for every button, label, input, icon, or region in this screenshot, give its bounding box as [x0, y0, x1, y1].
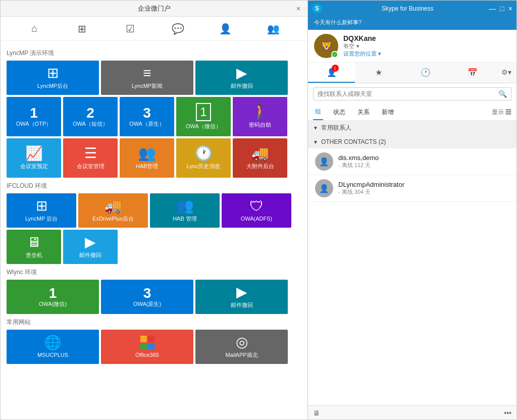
arrow-tile-icon: ▶	[236, 66, 247, 80]
tile-exdrive[interactable]: 🚚 ExDrivePlus后台	[78, 193, 148, 228]
arrow3-icon: ▶	[236, 285, 247, 299]
target-icon: ◎	[236, 335, 248, 349]
contact-avatar-2: 👤	[315, 179, 333, 197]
monitor-small-icon[interactable]: 🖥	[313, 409, 320, 417]
tab-recent[interactable]: 🕐	[402, 63, 449, 83]
contact-name-2: DLyncmpAdministrator	[338, 181, 404, 188]
profile-location[interactable]: 设置您的位置 ▾	[343, 50, 510, 58]
tile-mail-revoke2[interactable]: ▶ 邮件撤回	[63, 230, 118, 264]
section-frequent[interactable]: ▼ 常用联系人	[308, 121, 516, 135]
people2-icon: 👥	[176, 199, 194, 213]
contact-filter: 组 状态 关系 新增 显示 ☰	[308, 104, 516, 121]
tile-lyncmp-backend2[interactable]: ⊞ LyncMP 后台	[7, 193, 76, 228]
title-bar: 企业微门户 ×	[1, 1, 307, 17]
contact-name-1: dis.xms,demo	[338, 154, 379, 162]
avatar-status-indicator	[331, 51, 338, 58]
tab-contacts[interactable]: 👤 1	[308, 63, 355, 83]
avatar-container: 🦁	[314, 34, 338, 58]
favorites-tab-icon: ★	[375, 68, 382, 77]
tile-meeting-book[interactable]: 📈 会议室预定	[7, 138, 61, 178]
tile-grid-websites: 🌐 MSUCPLUS Office365 ◎ MailAPP插北	[7, 330, 301, 364]
tab-meetings[interactable]: 📅	[449, 63, 496, 83]
shield-icon: 🛡	[249, 199, 264, 214]
tile-pwd-self[interactable]: 🚶 密码自助	[233, 97, 287, 136]
search-bar[interactable]: 🔍	[313, 87, 511, 100]
filter-status[interactable]: 状态	[331, 105, 347, 120]
arrow-icon: ▼	[313, 125, 318, 131]
content-area: LyncMP 演示环境 ⊞ LyncMP后台 ≡ LyncMP新闻 ▶ 邮件撤回…	[1, 41, 307, 419]
tile-owa-sms[interactable]: 2 OWA（短信）	[63, 97, 118, 136]
profile-area: 🦁 DQXKane 有空 ▾ 设置您的位置 ▾	[308, 30, 516, 63]
profile-name: DQXKane	[343, 34, 510, 42]
skype-logo: S	[312, 4, 322, 14]
section-ifcloud: IFCLOUD 环境	[7, 182, 301, 190]
tile-office365[interactable]: Office365	[101, 330, 193, 364]
portal-title: 企业微门户	[138, 4, 171, 13]
monitor-icon: 🖥	[27, 235, 41, 249]
filter-relation[interactable]: 关系	[355, 105, 372, 120]
tile-mail-revoke3[interactable]: ▶ 邮件撤回	[195, 280, 288, 314]
truck-icon: 🚚	[251, 146, 269, 161]
skype-tagline: 今天有什么新鲜事?	[308, 17, 516, 30]
display-options[interactable]: 显示 ☰	[492, 108, 511, 117]
search-icon[interactable]: 🔍	[498, 90, 507, 98]
tile-owa-wechat2[interactable]: 1 OWA(微信)	[7, 280, 99, 314]
section-websites: 常用网站	[7, 318, 301, 327]
chartup-icon: 📈	[25, 146, 43, 161]
close-skype-button[interactable]: ×	[508, 5, 512, 13]
tile-hab-mgr2[interactable]: 👥 HAB 管理	[150, 193, 220, 228]
tile-lyncmp-backend[interactable]: ⊞ LyncMP后台	[7, 61, 99, 95]
menu-tile-icon: ≡	[143, 66, 151, 80]
contact-avatar-1: 👤	[315, 152, 333, 171]
contact-status-2: - 离线 304 天	[338, 188, 404, 196]
tile-owa-wechat[interactable]: 1 OWA（微信）	[176, 97, 231, 136]
tile-grid-lyncmp: ⊞ LyncMP后台 ≡ LyncMP新闻 ▶ 邮件撤回	[7, 61, 301, 95]
settings-icon: ⚙	[501, 68, 508, 76]
tile-owa-otp[interactable]: 1 OWA（OTP）	[7, 97, 61, 136]
tile-mail-revoke1[interactable]: ▶ 邮件撤回	[195, 61, 288, 95]
tile-mailapp[interactable]: ◎ MailAPP插北	[195, 330, 288, 364]
restore-button[interactable]: □	[500, 5, 504, 13]
tile-bastion[interactable]: 🖥 堡垒机	[7, 230, 61, 264]
tile-owa-adfs[interactable]: 🛡 OWA(ADFS)	[222, 193, 291, 228]
listlines-icon: ☰	[84, 146, 97, 161]
contact-dlyncmp[interactable]: 👤 DLyncmpAdministrator - 离线 304 天	[308, 175, 516, 202]
tab-settings[interactable]: ⚙ ▾	[496, 63, 516, 83]
window-controls: — □ ×	[489, 5, 512, 13]
skype-panel: S Skype for Business — □ × 今天有什么新鲜事? 🦁 D…	[308, 0, 517, 420]
profile-status[interactable]: 有空 ▾	[343, 42, 510, 50]
person-badge-icon[interactable]: 👥	[265, 20, 283, 38]
tile-grid-ifcloud: ⊞ LyncMP 后台 🚚 ExDrivePlus后台 👥 HAB 管理 🛡 O…	[7, 193, 301, 228]
tile-grid-bastion: 🖥 堡垒机 ▶ 邮件撤回	[7, 230, 301, 264]
person-icon[interactable]: 👤	[217, 20, 235, 38]
tile-owa-native[interactable]: 3 OWA（原生）	[120, 97, 174, 136]
section-wlync: Wlync 环境	[7, 268, 301, 277]
tile-msucplus[interactable]: 🌐 MSUCPLUS	[7, 330, 99, 364]
contact-status-1: - 离线 112 天	[338, 162, 379, 169]
grid-icon[interactable]: ⊞	[73, 20, 91, 38]
skype-title-bar: S Skype for Business — □ ×	[308, 1, 516, 17]
tile-hab-mgr[interactable]: 👥 HAB管理	[120, 138, 174, 178]
tile-attach-backend[interactable]: 🚚 大附件后台	[233, 138, 287, 178]
grid-tile-icon: ⊞	[47, 66, 59, 80]
tile-owa-native2[interactable]: 3 OWA(原生)	[101, 280, 193, 314]
minimize-button[interactable]: —	[489, 5, 496, 13]
people-icon: 👥	[138, 146, 156, 161]
filter-group[interactable]: 组	[313, 104, 323, 120]
list-check-icon[interactable]: ☑	[121, 20, 139, 38]
tab-favorites[interactable]: ★	[355, 63, 402, 83]
tile-grid-hab: 📈 会议室预定 ☰ 会议室管理 👥 HAB管理 🕐 Lync历史消息 🚚 大附件…	[7, 138, 301, 178]
tile-meeting-mgr[interactable]: ☰ 会议室管理	[63, 138, 118, 178]
search-input[interactable]	[318, 90, 498, 97]
home-icon[interactable]: ⌂	[25, 20, 43, 38]
contact-list: ▼ 常用联系人 ▼ OTHER CONTACTS (2) 👤 dis.xms,d…	[308, 121, 516, 405]
tile-lync-history[interactable]: 🕐 Lync历史消息	[176, 138, 231, 178]
contact-dis-xms[interactable]: 👤 dis.xms,demo - 离线 112 天	[308, 148, 516, 175]
section-other-contacts[interactable]: ▼ OTHER CONTACTS (2)	[308, 135, 516, 148]
close-button[interactable]: ×	[293, 4, 303, 14]
toolbar: ⌂ ⊞ ☑ 💬 👤 👥	[1, 17, 307, 41]
filter-new[interactable]: 新增	[380, 105, 396, 120]
tile-lyncmp-news[interactable]: ≡ LyncMP新闻	[101, 61, 193, 95]
chat-icon[interactable]: 💬	[169, 20, 187, 38]
more-icon[interactable]: •••	[504, 409, 511, 417]
